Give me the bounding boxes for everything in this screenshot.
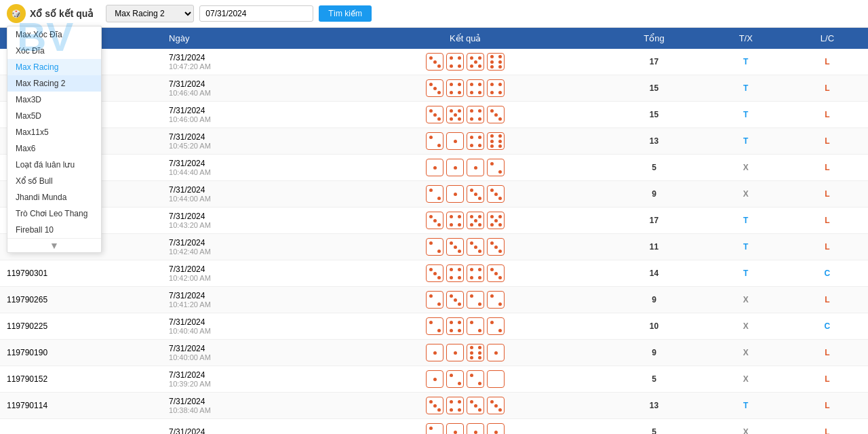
cell-tx: X [705,340,787,366]
table-row: 1197902257/31/202410:40:40 AM10XC [0,313,868,340]
die-face [446,291,464,309]
cell-id: 119790225 [0,313,162,340]
die-face [446,344,464,361]
cell-dice [328,340,603,366]
die-face [467,344,484,361]
die-face [446,212,464,229]
die-face [487,264,505,282]
cell-tx: X [705,419,787,435]
die-face [426,159,443,176]
table-row: 7/31/202410:47:20 AM17TL [0,49,868,75]
die-face [467,238,484,256]
cell-tx: T [705,260,787,287]
die-face [426,264,443,282]
header-bar: 🎲 Xổ số kết quả Max Racing 2 Tìm kiếm Ma… [0,0,868,28]
cell-id [0,419,162,435]
table-row: 1197903767/31/202410:43:20 AM17TL [0,208,868,234]
table-row: 1197901527/31/202410:39:20 AM5XL [0,366,868,393]
menu-item-xo-so-bull[interactable]: Xổ số Bull [7,173,101,189]
cell-total: 9 [603,287,705,313]
cell-date: 7/31/202410:42:00 AM [162,260,328,287]
die-face [446,106,464,123]
die-face [467,79,484,97]
cell-total: 13 [603,128,705,155]
cell-total: 17 [603,208,705,234]
cell-date: 7/31/202410:39:20 AM [162,366,328,393]
die-face [487,397,505,414]
cell-lc: L [787,49,868,75]
cell-dice [328,49,603,75]
cell-date: 7/31/202410:40:00 AM [162,340,328,366]
cell-tx: X [705,366,787,393]
cell-id: 119790152 [0,366,162,393]
cell-date: 7/31/202410:42:40 AM [162,234,328,260]
menu-item-max11x5[interactable]: Max11x5 [7,124,101,140]
cell-dice [328,181,603,208]
cell-lc: L [787,181,868,208]
scroll-arrow: ▼ [7,238,101,252]
cell-lc: C [787,313,868,340]
menu-item-xoc-dia[interactable]: Xóc Đĩa [7,43,101,59]
menu-item-max6[interactable]: Max6 [7,140,101,157]
menu-item-loat-da[interactable]: Loạt đá luân lưu [7,157,101,173]
cell-id: 119790114 [0,393,162,419]
die-face [446,185,464,203]
cell-dice [328,313,603,340]
die-face [467,317,484,335]
menu-item-fireball-10[interactable]: Fireball 10 [7,222,101,238]
die-face [446,317,464,335]
cell-tx: X [705,313,787,340]
table-row: 7/31/202410:46:00 AM15TL [0,102,868,128]
cell-tx: T [705,128,787,155]
cell-dice [328,260,603,287]
die-face [446,159,464,176]
search-button[interactable]: Tìm kiếm [319,5,372,22]
menu-item-max5d[interactable]: Max5D [7,108,101,124]
cell-dice [328,208,603,234]
die-face [487,291,505,309]
die-face [467,291,484,309]
col-tong: Tổng [603,28,705,49]
die-face [467,53,484,71]
menu-item-jhandi-munda[interactable]: Jhandi Munda [7,189,101,205]
cell-lc: L [787,340,868,366]
menu-item-max-xoc-dia[interactable]: Max Xóc Đĩa [7,26,101,43]
cell-tx: T [705,208,787,234]
game-select[interactable]: Max Racing 2 [106,5,194,22]
die-face [467,264,484,282]
die-face [446,53,464,71]
cell-total: 10 [603,313,705,340]
die-face [487,238,505,256]
die-face [446,264,464,282]
die-face [446,238,464,256]
die-face [467,423,484,434]
cell-date: 7/31/202410:43:20 AM [162,208,328,234]
die-face [487,370,505,388]
cell-lc: L [787,155,868,181]
die-face [426,106,443,123]
cell-dice [328,128,603,155]
cell-date: 7/31/202410:44:00 AM [162,181,328,208]
col-ketqua: Kết quả [328,28,603,49]
dropdown-menu: Max Xóc Đĩa Xóc Đĩa Max Racing Max Racin… [7,26,102,253]
table-row: 1197903367/31/202410:42:40 AM11TL [0,234,868,260]
die-face [467,106,484,123]
menu-item-max3d[interactable]: Max3D [7,92,101,108]
menu-item-tro-choi-leo-thang[interactable]: Trò Chơi Leo Thang [7,205,101,222]
die-face [446,79,464,97]
menu-item-max-racing[interactable]: Max Racing [7,59,101,75]
table-row: 7/31/202410:45:20 AM13TL [0,128,868,155]
table-row: 7/31/202410:46:40 AM15TL [0,75,868,102]
die-face [487,185,505,203]
cell-dice [328,419,603,435]
die-face [487,212,505,229]
table-row: 1197901147/31/202410:38:40 AM13TL [0,393,868,419]
cell-date: 7/31/202410:38:40 AM [162,393,328,419]
cell-date: 7/31/202410:46:40 AM [162,75,328,102]
menu-item-max-racing-2[interactable]: Max Racing 2 [7,75,101,92]
cell-lc: L [787,75,868,102]
cell-lc: L [787,393,868,419]
die-face [446,132,464,150]
date-input[interactable] [199,5,313,22]
cell-id: 119790265 [0,287,162,313]
